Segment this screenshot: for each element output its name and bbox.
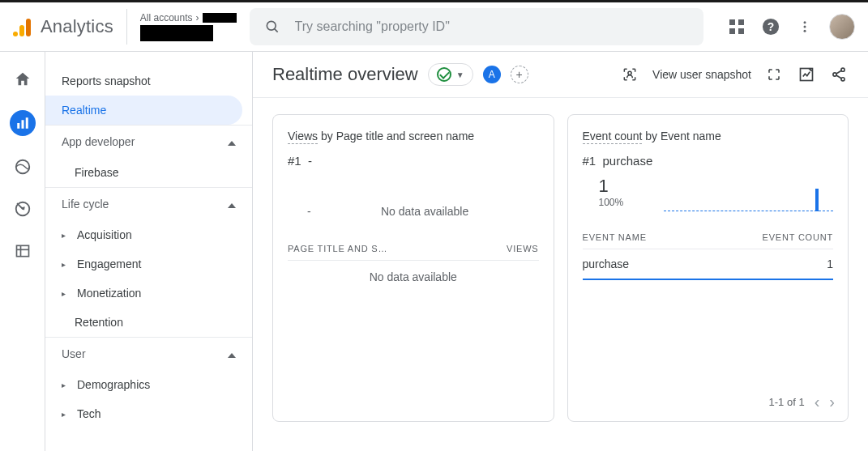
pager-text: 1-1 of 1	[769, 396, 805, 408]
sidebar-section-label: User	[62, 347, 86, 360]
fullscreen-icon[interactable]	[764, 65, 784, 84]
content-area: Realtime overview ▼ A + View user snapsh…	[253, 52, 868, 451]
svg-point-0	[267, 21, 276, 30]
sidebar-item-demographics[interactable]: Demographics	[45, 370, 252, 399]
share-icon[interactable]	[829, 65, 849, 84]
cell-event-name: purchase	[583, 257, 630, 270]
cell-event-count: 1	[827, 257, 833, 270]
check-circle-icon	[437, 67, 451, 82]
sidebar-item-monetization[interactable]: Monetization	[45, 279, 252, 308]
svg-point-9	[804, 26, 806, 28]
col-event-count: EVENT COUNT	[763, 232, 833, 242]
svg-line-25	[836, 75, 841, 79]
help-icon[interactable]: ?	[761, 17, 780, 36]
chevron-up-icon	[228, 347, 236, 360]
svg-point-23	[841, 78, 844, 81]
card-event-count: Event count by Event name #1 purchase 1 …	[567, 114, 849, 422]
svg-rect-5	[738, 28, 744, 34]
sidebar-item-tech[interactable]: Tech	[45, 399, 252, 428]
chevron-up-icon	[228, 135, 236, 148]
svg-rect-4	[729, 28, 735, 34]
sidebar-section-lifecycle[interactable]: Life cycle	[45, 187, 252, 220]
redacted-account-name	[203, 13, 237, 23]
chart-nodata: No data available	[311, 195, 539, 228]
user-snapshot-icon[interactable]	[620, 65, 639, 84]
sidebar-section-app-developer[interactable]: App developer	[45, 125, 252, 158]
account-selector[interactable]: All accounts ›	[126, 9, 237, 45]
svg-text:?: ?	[768, 21, 774, 33]
svg-point-19	[628, 71, 631, 74]
svg-point-14	[15, 160, 29, 174]
svg-point-8	[804, 21, 806, 23]
product-name: Analytics	[41, 16, 113, 37]
svg-point-21	[841, 68, 844, 71]
rail-explore-icon[interactable]	[11, 155, 34, 178]
chevron-up-icon	[228, 198, 236, 211]
table-pager: 1-1 of 1 ‹ ›	[769, 393, 835, 411]
svg-rect-2	[729, 19, 735, 25]
analytics-logo-icon	[13, 17, 32, 36]
card-metric[interactable]: Event count	[583, 130, 643, 144]
sidebar-item-snapshot[interactable]: Reports snapshot	[45, 66, 252, 96]
rail-home-icon[interactable]	[11, 68, 34, 91]
col-page-title: PAGE TITLE AND S…	[288, 244, 387, 253]
svg-rect-16	[16, 245, 28, 256]
sidebar-section-label: Life cycle	[62, 198, 109, 211]
account-prefix: All accounts	[140, 12, 193, 23]
sidebar: Reports snapshot Realtime App developer …	[45, 52, 253, 451]
svg-point-22	[833, 73, 836, 76]
pager-prev-icon[interactable]: ‹	[815, 393, 820, 411]
rail-advertising-icon[interactable]	[11, 198, 34, 220]
pager-next-icon[interactable]: ›	[829, 393, 835, 411]
sidebar-section-user[interactable]: User	[45, 337, 252, 370]
card-title: Event count by Event name	[583, 130, 834, 143]
card-dimension: by Page title and screen name	[318, 130, 474, 143]
sidebar-item-firebase[interactable]: Firebase	[45, 158, 252, 187]
table-header: PAGE TITLE AND S… VIEWS	[288, 237, 539, 261]
view-user-snapshot-link[interactable]: View user snapshot	[652, 68, 751, 81]
rail-reports-icon[interactable]	[10, 110, 36, 136]
search-icon	[263, 17, 282, 36]
rank-summary: #1 purchase	[583, 154, 834, 168]
table-row[interactable]: purchase 1	[583, 249, 834, 280]
search-input[interactable]	[295, 19, 691, 34]
chevron-down-icon: ▼	[456, 70, 464, 79]
svg-point-10	[804, 30, 806, 32]
redacted-property-name	[140, 25, 213, 41]
add-comparison-button[interactable]: +	[511, 66, 528, 83]
table-header: EVENT NAME EVENT COUNT	[583, 226, 834, 249]
svg-line-24	[836, 70, 841, 74]
svg-rect-3	[738, 19, 744, 25]
more-icon[interactable]	[795, 17, 815, 36]
col-event-name: EVENT NAME	[583, 232, 647, 242]
rail-configure-icon[interactable]	[11, 240, 34, 262]
comparison-badge[interactable]: A	[483, 66, 501, 83]
sidebar-section-label: App developer	[62, 135, 135, 148]
nav-rail	[0, 52, 45, 451]
sparkline-chart	[583, 179, 834, 211]
card-dimension: by Event name	[642, 130, 720, 143]
card-metric[interactable]: Views	[288, 130, 318, 144]
svg-rect-12	[21, 120, 24, 129]
svg-line-1	[274, 29, 277, 32]
top-bar: Analytics All accounts › ?	[0, 0, 868, 52]
svg-rect-13	[25, 117, 28, 129]
apps-icon[interactable]	[727, 17, 746, 36]
account-breadcrumb: All accounts ›	[140, 12, 237, 23]
product-logo[interactable]: Analytics	[13, 16, 113, 37]
page-title: Realtime overview	[272, 64, 418, 85]
card-title: Views by Page title and screen name	[288, 130, 539, 143]
user-avatar[interactable]	[829, 14, 855, 40]
col-views: VIEWS	[507, 244, 538, 253]
sidebar-item-realtime[interactable]: Realtime	[45, 96, 242, 125]
sidebar-item-acquisition[interactable]: Acquisition	[45, 220, 252, 249]
customize-report-icon[interactable]	[797, 65, 816, 84]
content-header: Realtime overview ▼ A + View user snapsh…	[253, 52, 868, 98]
svg-rect-11	[17, 123, 19, 129]
status-dropdown[interactable]: ▼	[428, 63, 473, 86]
top-bar-actions: ?	[727, 14, 855, 40]
sidebar-item-retention[interactable]: Retention	[45, 308, 252, 337]
search-bar[interactable]	[250, 8, 703, 45]
sidebar-item-engagement[interactable]: Engagement	[45, 249, 252, 279]
card-views-by-page: Views by Page title and screen name #1 -…	[272, 114, 554, 422]
